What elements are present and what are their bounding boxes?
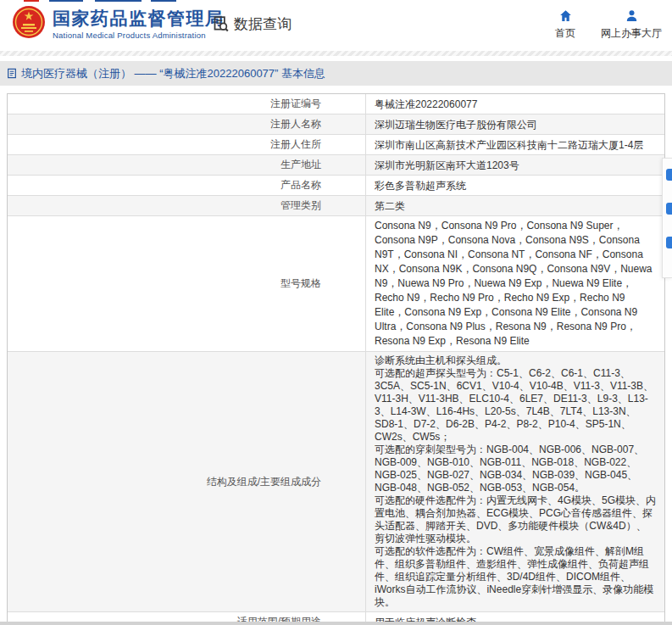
row-value: 诊断系统由主机和探头组成。可选配的超声探头型号为：C5-1、C6-2、C6-1、…	[366, 352, 664, 611]
row-label: 结构及组成/主要组成成分	[8, 352, 366, 611]
footer-edge	[0, 622, 672, 625]
agency-name-en: National Medical Products Administration	[53, 31, 225, 40]
document-search-icon	[212, 15, 230, 33]
row-label: 注册人名称	[8, 114, 366, 134]
row-value: 深圳迈瑞生物医疗电子股份有限公司	[366, 114, 664, 134]
row-label: 生产地址	[8, 155, 366, 175]
row-label: 注册人住所	[8, 135, 366, 154]
banner-fragment	[24, 0, 39, 2]
breadcrumb-bar: 境内医疗器械（注册） —— “粤械注准20222060077” 基本信息	[0, 61, 672, 86]
row-label: 产品名称	[8, 176, 366, 195]
row-value: 彩色多普勒超声系统	[366, 176, 664, 195]
data-query-section[interactable]: 数据查询	[212, 14, 292, 34]
table-row: 生产地址深圳市光明新区南环大道1203号	[8, 155, 664, 176]
agency-title-block: 国家药品监督管理局 National Medical Products Admi…	[53, 9, 225, 40]
header-nav: 首页 网上办事大厅	[555, 8, 662, 41]
row-value: 第二类	[366, 196, 664, 215]
banner-fragment	[95, 0, 142, 2]
table-row: 注册人名称深圳迈瑞生物医疗电子股份有限公司	[8, 114, 664, 135]
striped-divider	[0, 51, 672, 56]
floating-tool-icon[interactable]	[666, 237, 672, 248]
user-icon	[625, 8, 639, 23]
floating-tool-icon[interactable]	[666, 169, 672, 181]
row-label: 注册证编号	[8, 94, 366, 114]
nav-hall-label: 网上办事大厅	[601, 26, 662, 41]
row-value: 粤械注准20222060077	[366, 94, 664, 114]
table-row: 注册人住所深圳市南山区高新技术产业园区科技南十二路迈瑞大厦1-4层	[8, 135, 664, 155]
national-emblem-logo	[12, 5, 46, 39]
row-label: 管理类别	[8, 196, 366, 215]
info-table: 注册证编号粤械注准20222060077注册人名称深圳迈瑞生物医疗电子股份有限公…	[7, 93, 665, 625]
site-header: 国家药品监督管理局 National Medical Products Admi…	[0, 0, 672, 51]
table-row: 型号规格Consona N9，Consona N9 Pro，Consona N9…	[8, 216, 664, 352]
row-value: 深圳市光明新区南环大道1203号	[366, 155, 664, 175]
home-icon	[558, 8, 573, 23]
row-value: Consona N9，Consona N9 Pro，Consona N9 Sup…	[366, 216, 664, 351]
table-row: 产品名称彩色多普勒超声系统	[8, 176, 664, 196]
banner-fragment	[151, 0, 176, 2]
data-query-label: 数据查询	[234, 14, 292, 34]
nav-home[interactable]: 首页	[555, 8, 575, 41]
document-icon	[7, 68, 17, 79]
table-row: 注册证编号粤械注准20222060077	[8, 94, 664, 114]
row-value: 深圳市南山区高新技术产业园区科技南十二路迈瑞大厦1-4层	[366, 135, 664, 154]
row-label: 型号规格	[8, 216, 366, 351]
floating-tool-icon[interactable]	[666, 203, 672, 215]
table-row: 结构及组成/主要组成成分诊断系统由主机和探头组成。可选配的超声探头型号为：C5-…	[8, 352, 664, 612]
table-row: 管理类别第二类	[8, 196, 664, 216]
breadcrumb: 境内医疗器械（注册） —— “粤械注准20222060077” 基本信息	[21, 66, 325, 81]
nav-home-label: 首页	[555, 26, 575, 41]
nav-online-service-hall[interactable]: 网上办事大厅	[601, 8, 662, 41]
banner-fragment	[49, 0, 83, 2]
agency-name-cn: 国家药品监督管理局	[53, 9, 225, 28]
floating-side-panel[interactable]	[662, 158, 672, 278]
